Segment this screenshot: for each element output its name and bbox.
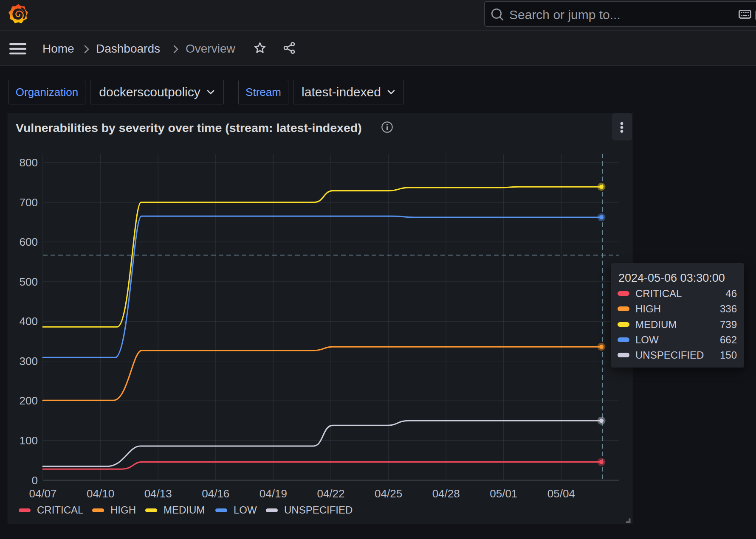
svg-text:200: 200 [20,394,38,407]
svg-text:600: 600 [20,236,38,248]
svg-text:300: 300 [20,355,38,368]
svg-text:04/25: 04/25 [375,487,402,500]
svg-text:04/22: 04/22 [317,487,344,500]
svg-text:05/04: 05/04 [547,487,575,500]
svg-text:05/01: 05/01 [490,487,517,500]
svg-text:400: 400 [20,315,38,328]
svg-text:800: 800 [20,156,38,169]
svg-text:0: 0 [32,474,38,487]
svg-text:500: 500 [20,275,38,288]
svg-text:04/10: 04/10 [87,487,114,500]
svg-text:04/19: 04/19 [260,487,287,500]
svg-text:04/07: 04/07 [29,487,56,500]
svg-text:700: 700 [20,196,38,209]
svg-text:04/13: 04/13 [144,487,172,500]
svg-text:04/28: 04/28 [432,487,460,500]
svg-text:04/16: 04/16 [202,487,229,500]
svg-text:100: 100 [20,434,38,447]
